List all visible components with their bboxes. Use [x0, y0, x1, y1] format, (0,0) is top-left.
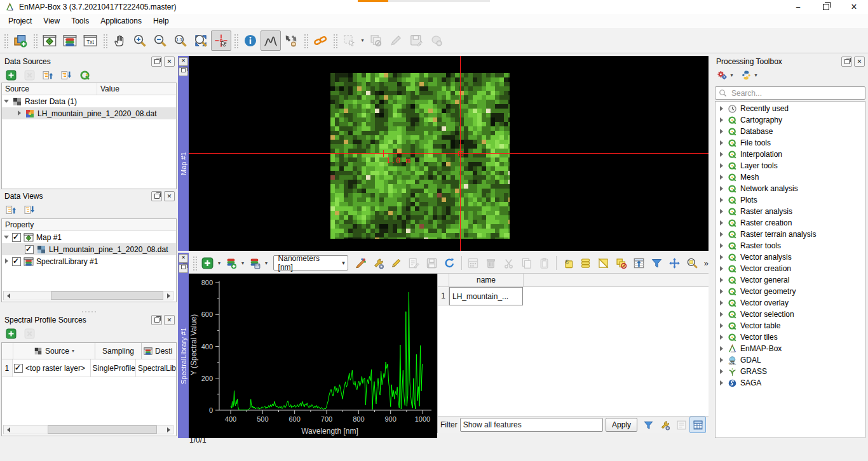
- collapse-all-button[interactable]: [22, 203, 36, 217]
- visibility-checkbox[interactable]: [25, 245, 34, 254]
- apply-filter-button[interactable]: Apply: [606, 418, 637, 432]
- expander-closed-icon[interactable]: [719, 209, 724, 215]
- new-field-button[interactable]: [465, 254, 482, 272]
- collapse-all-button[interactable]: [59, 68, 73, 82]
- panel-splitter[interactable]: [1, 311, 177, 313]
- toolbox-item-database[interactable]: Database: [715, 126, 865, 137]
- form-view-button[interactable]: [673, 417, 689, 433]
- expander-closed-icon[interactable]: [719, 323, 724, 329]
- processing-options-button-dropdown-arrow[interactable]: ▾: [729, 72, 735, 78]
- toolbox-item-vector-selection[interactable]: Vector selection: [715, 309, 865, 320]
- deselect-features-button[interactable]: [365, 30, 386, 51]
- copy-button[interactable]: [518, 254, 536, 272]
- remove-source-button[interactable]: [22, 326, 36, 340]
- import-profiles-button[interactable]: [222, 254, 240, 272]
- float-panel-button[interactable]: [151, 315, 162, 325]
- name-cell[interactable]: LH_mountain_...: [449, 287, 523, 305]
- toolbar-handle[interactable]: [332, 33, 337, 48]
- layer-styling-button[interactable]: [426, 30, 447, 51]
- export-profiles-button-dropdown-arrow[interactable]: ▾: [264, 260, 269, 266]
- toolbox-item-raster-analysis[interactable]: Raster analysis: [715, 206, 865, 217]
- expander-closed-icon[interactable]: [4, 258, 10, 264]
- toolbar-handle[interactable]: [102, 33, 107, 48]
- expander-closed-icon[interactable]: [719, 335, 724, 340]
- float-dock-button[interactable]: [179, 264, 188, 273]
- toolbox-search-input[interactable]: [730, 88, 862, 98]
- toolbar-handle[interactable]: [192, 255, 197, 271]
- table-row[interactable]: 1 LH_mountain_...: [438, 287, 709, 305]
- menu-view[interactable]: View: [37, 14, 65, 28]
- select-by-expression-button[interactable]: ε: [559, 254, 577, 272]
- restore-button[interactable]: [812, 0, 840, 14]
- expander-closed-icon[interactable]: [719, 117, 724, 123]
- x-axis-unit-combo[interactable]: Nanometers [nm]▾: [273, 255, 348, 271]
- toolbar-overflow-button[interactable]: »: [704, 258, 709, 268]
- open-text-view-button[interactable]: Txt: [80, 30, 100, 51]
- destination-cell[interactable]: SpectralLib: [136, 359, 176, 377]
- crosshair-tool-button[interactable]: [211, 30, 231, 51]
- filter-button[interactable]: [648, 254, 666, 272]
- zoom-to-selection-button[interactable]: [684, 254, 702, 272]
- pan-to-selection-button[interactable]: [666, 254, 684, 272]
- toolbox-item-vector-overlay[interactable]: Vector overlay: [715, 297, 865, 309]
- scrollbar-thumb[interactable]: [48, 425, 157, 434]
- expander-closed-icon[interactable]: [719, 243, 724, 249]
- select-features-button-dropdown-arrow[interactable]: ▾: [360, 37, 365, 43]
- scroll-left-arrow[interactable]: [4, 291, 13, 300]
- toggle-editing-button[interactable]: [386, 30, 406, 51]
- zoom-out-button[interactable]: [150, 30, 170, 51]
- filter-settings-button[interactable]: [656, 417, 673, 433]
- speclib-dock-tab[interactable]: ✕ SpectralLibrary #1: [178, 253, 189, 438]
- expander-open-icon[interactable]: [4, 234, 10, 240]
- menu-help[interactable]: Help: [147, 14, 175, 28]
- import-profiles-button-dropdown-arrow[interactable]: ▾: [240, 260, 246, 266]
- toolbar-handle[interactable]: [32, 33, 37, 48]
- select-all-button[interactable]: [577, 254, 595, 272]
- expander-closed-icon[interactable]: [719, 277, 724, 283]
- spectral-plot[interactable]: 02004006008004005006007008009001000Wavel…: [189, 274, 437, 438]
- profile-styling-button[interactable]: [352, 254, 370, 272]
- map-dock-tab[interactable]: ✕ Map #1: [178, 56, 189, 251]
- toolbox-item-vector-creation[interactable]: Vector creation: [715, 263, 865, 274]
- python-tools-button-dropdown-arrow[interactable]: ▾: [753, 72, 759, 78]
- source-cell[interactable]: <top raster layer>: [25, 364, 85, 373]
- scrollbar-thumb[interactable]: [51, 291, 163, 300]
- expander-closed-icon[interactable]: [719, 106, 724, 112]
- expander-closed-icon[interactable]: [719, 197, 724, 203]
- source-enabled-checkbox[interactable]: [14, 364, 23, 373]
- toolbar-handle[interactable]: [3, 33, 8, 48]
- tree-row-map1-layer[interactable]: LH_mountain_pine_1_2020_08.dat: [2, 243, 176, 255]
- horizontal-scrollbar[interactable]: [3, 291, 173, 300]
- reload-table-button[interactable]: [441, 254, 459, 272]
- zoom-native-button[interactable]: 1:1: [170, 30, 191, 51]
- toolbox-item-mesh[interactable]: Mesh: [715, 171, 865, 183]
- column-header-name[interactable]: name: [449, 274, 524, 286]
- toolbox-item-raster-creation[interactable]: Raster creation: [715, 217, 865, 229]
- close-panel-button[interactable]: ✕: [164, 315, 175, 325]
- close-dock-button[interactable]: ✕: [179, 57, 188, 66]
- expander-open-icon[interactable]: [4, 98, 10, 104]
- collect-profiles-button[interactable]: [281, 30, 301, 51]
- open-speclib-view-button[interactable]: [60, 30, 80, 51]
- map-canvas[interactable]: 1.0 m: [189, 56, 709, 251]
- toolbox-item-grass[interactable]: GRASS: [715, 366, 865, 377]
- pan-tool-button[interactable]: [109, 30, 130, 51]
- select-features-button[interactable]: [339, 30, 360, 51]
- add-profile-button-dropdown-arrow[interactable]: ▾: [217, 260, 222, 266]
- toolbox-item-saga[interactable]: SAGA: [715, 377, 865, 389]
- multi-edit-button[interactable]: [405, 254, 423, 272]
- toolbox-item-vector-table[interactable]: Vector table: [715, 320, 865, 331]
- menu-applications[interactable]: Applications: [95, 14, 147, 28]
- expander-closed-icon[interactable]: [719, 232, 724, 237]
- toolbox-item-layer-tools[interactable]: Layer tools: [715, 160, 865, 171]
- sampling-cell[interactable]: SingleProfile: [91, 359, 136, 377]
- close-dock-button[interactable]: ✕: [179, 254, 188, 263]
- expander-closed-icon[interactable]: [719, 300, 724, 306]
- menu-project[interactable]: Project: [3, 14, 37, 28]
- toolbox-item-enmap-box[interactable]: EnMAP-Box: [715, 343, 865, 354]
- toolbox-item-file-tools[interactable]: File tools: [715, 137, 865, 149]
- column-header-source[interactable]: Source: [2, 83, 97, 95]
- add-data-source-button[interactable]: [4, 68, 18, 82]
- cut-button[interactable]: [500, 254, 518, 272]
- horizontal-scrollbar[interactable]: [3, 425, 173, 434]
